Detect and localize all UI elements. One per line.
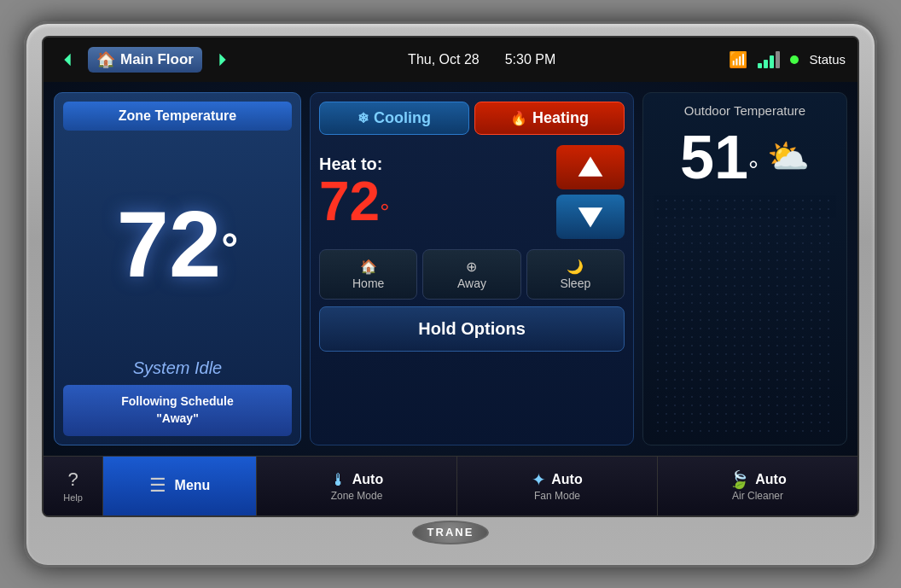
signal-bar-4 (776, 51, 780, 68)
menu-label: Menu (175, 478, 211, 493)
zone-mode-auto-label: Auto (352, 472, 383, 487)
sleep-mode-label: Sleep (560, 277, 590, 290)
air-cleaner-button[interactable]: 🍃 Auto Air Cleaner (658, 457, 857, 515)
temp-down-button[interactable] (556, 195, 625, 239)
svg-marker-0 (64, 53, 70, 66)
location-name: Main Floor (120, 51, 194, 68)
sleep-mode-icon: 🌙 (531, 259, 620, 275)
fan-mode-auto-label: Auto (551, 472, 582, 487)
current-temp: 72 (117, 197, 221, 291)
status-label: Status (809, 52, 846, 67)
time-display: 5:30 PM (505, 52, 556, 67)
signal-bar-3 (770, 55, 774, 68)
outdoor-panel: Outdoor Temperature 51 ° ⛅ (642, 92, 847, 445)
heating-icon: 🔥 (510, 110, 527, 126)
home-location-button[interactable]: 🏠 Main Floor (88, 47, 202, 73)
zone-mode-button[interactable]: 🌡 Auto Zone Mode (257, 457, 457, 515)
fan-mode-label: Fan Mode (534, 490, 580, 502)
date-display: Thu, Oct 28 (408, 52, 480, 67)
air-cleaner-top: 🍃 Auto (729, 469, 786, 490)
svg-marker-1 (219, 53, 225, 66)
device-frame: 🏠 Main Floor Thu, Oct 28 5:30 PM 📶 (24, 21, 877, 568)
forward-arrow-button[interactable] (211, 48, 235, 72)
header-bar: 🏠 Main Floor Thu, Oct 28 5:30 PM 📶 (44, 38, 857, 82)
down-arrow-icon (575, 201, 606, 232)
help-icon: ? (67, 469, 78, 491)
away-mode-label: Away (457, 277, 486, 290)
temp-up-button[interactable] (556, 145, 625, 189)
fan-mode-button[interactable]: ✦ Auto Fan Mode (457, 457, 658, 515)
signal-bars (758, 51, 780, 68)
svg-marker-2 (578, 156, 603, 176)
heating-label: Heating (532, 109, 589, 127)
outdoor-title: Outdoor Temperature (654, 103, 836, 118)
schedule-info: Following Schedule "Away" (63, 385, 292, 435)
setpoint-temp: 72 (319, 174, 380, 229)
home-mode-label: Home (352, 277, 384, 290)
away-mode-button[interactable]: ⊕ Away (422, 249, 520, 300)
fan-mode-top: ✦ Auto (532, 469, 582, 490)
help-button[interactable]: ? Help (44, 457, 103, 515)
system-status: System Idle (63, 358, 292, 378)
schedule-mode: "Away" (156, 411, 199, 425)
cooling-label: Cooling (374, 109, 431, 127)
svg-marker-3 (578, 207, 603, 227)
status-dot (790, 55, 799, 64)
home-icon: 🏠 (96, 50, 115, 69)
adjust-buttons (556, 145, 625, 239)
away-mode-icon: ⊕ (427, 259, 516, 275)
outdoor-temp-display: 51 ° ⛅ (654, 126, 836, 188)
zone-mode-top: 🌡 Auto (330, 470, 383, 490)
menu-button[interactable]: ☰ Menu (103, 457, 257, 515)
outdoor-temp: 51 (680, 126, 748, 188)
temp-display: 72 ° (63, 137, 292, 352)
home-mode-icon: 🏠 (323, 259, 413, 275)
screen: 🏠 Main Floor Thu, Oct 28 5:30 PM 📶 (42, 36, 859, 517)
signal-bar-1 (758, 63, 762, 68)
air-cleaner-icon: 🍃 (729, 469, 750, 490)
main-content: Zone Temperature 72 ° System Idle Follow… (44, 82, 857, 456)
help-label: Help (63, 492, 83, 503)
zone-title: Zone Temperature (63, 102, 292, 131)
schedule-label: Following Schedule (121, 394, 233, 408)
home-mode-button[interactable]: 🏠 Home (319, 249, 417, 300)
brand-name: TRANE (427, 526, 474, 539)
menu-icon: ☰ (149, 474, 166, 497)
heating-tab[interactable]: 🔥 Heating (474, 102, 625, 135)
hold-options-label: Hold Options (418, 319, 526, 338)
sleep-mode-button[interactable]: 🌙 Sleep (526, 249, 625, 300)
hold-options-button[interactable]: Hold Options (319, 306, 625, 352)
back-arrow-button[interactable] (55, 48, 79, 72)
trane-logo: TRANE (412, 521, 489, 544)
control-panel: ❄ Cooling 🔥 Heating Heat to: 72 ° (310, 92, 634, 445)
header-center: Thu, Oct 28 5:30 PM (243, 52, 721, 67)
setpoint-unit: ° (380, 199, 389, 226)
outdoor-temp-unit: ° (748, 155, 759, 184)
zone-mode-icon: 🌡 (330, 470, 347, 490)
air-cleaner-label: Air Cleaner (732, 490, 783, 502)
dot-background (654, 196, 836, 434)
air-cleaner-auto-label: Auto (755, 472, 786, 487)
zone-mode-label: Zone Mode (331, 490, 383, 502)
heat-setpoint-row: Heat to: 72 ° (319, 142, 625, 242)
bottom-bar: ? Help ☰ Menu 🌡 Auto Zone Mode ✦ Auto F (44, 456, 857, 515)
mode-buttons: 🏠 Home ⊕ Away 🌙 Sleep (319, 249, 625, 300)
header-right: 📶 Status (729, 50, 846, 69)
wifi-icon: 📶 (729, 50, 747, 69)
temp-unit: ° (221, 224, 238, 273)
weather-icon: ⛅ (767, 137, 810, 177)
cooling-icon: ❄ (357, 110, 369, 126)
logo-area: TRANE (412, 517, 489, 548)
up-arrow-icon (575, 152, 606, 183)
cooling-tab[interactable]: ❄ Cooling (319, 102, 469, 135)
mode-tabs: ❄ Cooling 🔥 Heating (319, 102, 625, 135)
fan-mode-icon: ✦ (532, 469, 546, 490)
signal-bar-2 (764, 60, 768, 68)
zone-panel: Zone Temperature 72 ° System Idle Follow… (54, 92, 301, 445)
